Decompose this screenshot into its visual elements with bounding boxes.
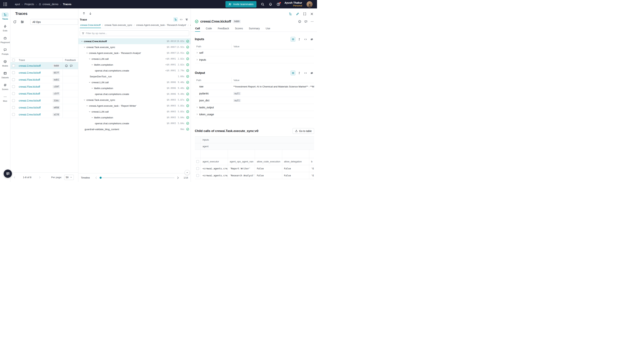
column-header-feedback[interactable]: Feedback (63, 58, 78, 62)
trace-link[interactable]: crewai.Flow.kickoff (19, 92, 40, 95)
smiley-icon[interactable] (298, 20, 301, 23)
prev-page-button[interactable] (13, 176, 16, 179)
trace-crumb[interactable]: crewai.Crew.kickoff (80, 22, 101, 28)
chevron-down-icon[interactable] (88, 111, 91, 113)
refresh-button[interactable] (13, 20, 17, 24)
column-header[interactable]: allow_delegation (282, 158, 309, 165)
comment-icon[interactable] (304, 20, 307, 23)
row-checkbox[interactable] (196, 174, 199, 177)
go-to-table-button[interactable]: Go to table (292, 128, 314, 134)
sidebar-item-traces[interactable]: Traces (0, 10, 10, 22)
chevron-down-icon[interactable] (85, 52, 89, 54)
sidebar-item-scorers[interactable]: Scorers (0, 81, 10, 92)
wandb-logo[interactable] (0, 2, 11, 6)
breadcrumb-item[interactable]: crewai_demo (39, 3, 58, 6)
user-menu[interactable]: Ayush Thakur Personal (284, 1, 302, 7)
chat-widget-button[interactable] (4, 170, 12, 178)
kv-row[interactable]: pydanticnull (195, 90, 314, 97)
code-view-button[interactable] (303, 70, 308, 75)
per-page-select[interactable]: 50 (64, 175, 74, 180)
column-header[interactable]: agent_ops_agent_nan (228, 158, 255, 165)
chevron-down-icon[interactable] (90, 116, 94, 118)
chevron-down-icon[interactable] (83, 46, 86, 48)
hide-button[interactable] (309, 70, 314, 75)
timeline-slider[interactable] (100, 177, 174, 179)
chevron-down-icon[interactable] (83, 99, 86, 101)
sidebar-item-models[interactable]: Models (0, 57, 10, 69)
row-checkbox[interactable] (12, 92, 15, 95)
chevron-down-icon[interactable] (90, 64, 94, 66)
ops-filter-select[interactable]: All Ops (30, 19, 78, 25)
avatar[interactable] (306, 1, 312, 7)
row-checkbox[interactable] (12, 78, 15, 81)
expand-rows-button[interactable] (297, 70, 301, 75)
code-view-button[interactable] (179, 17, 183, 22)
trace-row[interactable]: crewai.Crew.kickoffe058 (11, 104, 78, 111)
trace-row[interactable]: crewai.Flow.kickoffc5ff (11, 90, 78, 97)
timeline-next-button[interactable] (176, 176, 180, 180)
timeline-handle[interactable] (100, 177, 102, 179)
help-icon[interactable] (277, 2, 280, 6)
column-header[interactable]: b (309, 158, 314, 165)
row-checkbox[interactable] (12, 106, 15, 109)
breadcrumb-item[interactable]: ayut (15, 3, 20, 6)
row-checkbox[interactable] (12, 71, 15, 74)
tree-view-icon[interactable] (289, 12, 292, 16)
bell-icon[interactable] (269, 2, 272, 6)
column-header-trace[interactable]: Trace (16, 59, 63, 62)
next-call-button[interactable] (89, 12, 92, 15)
tab-code[interactable]: Code (206, 25, 212, 32)
chevron-down-icon[interactable] (85, 105, 89, 107)
trace-tree-row[interactable]: crewai.LLM.call$0.00035.85s (78, 109, 191, 114)
trace-tree-row[interactable]: crewai.LLM.call<$0.00012.82s (78, 56, 191, 62)
more-icon[interactable] (310, 20, 314, 23)
trace-row[interactable]: crewai.Crew.kickoffa17d (11, 111, 78, 118)
sidebar-item-playground[interactable]: Playground (0, 34, 10, 46)
trace-tree-row[interactable]: litellm.completion$0.00069.40s (78, 85, 191, 91)
kv-row[interactable]: tasks_output (195, 104, 314, 111)
tab-summary[interactable]: Summary (249, 25, 260, 32)
kv-row[interactable]: raw**Investment Report: AI in Chemical a… (195, 83, 314, 90)
select-all-checkbox[interactable] (12, 59, 15, 62)
trace-row[interactable]: crewai.Flow.kickoffc59f (11, 83, 78, 90)
timeline-prev-button[interactable] (95, 176, 98, 180)
kv-row[interactable]: self (195, 49, 314, 56)
tree-view-button[interactable] (173, 17, 178, 22)
trace-tree-row[interactable]: crewai.Task.execute_sync$0.00035.87s (78, 97, 191, 103)
row-checkbox[interactable] (12, 99, 15, 102)
trace-tree-row[interactable]: crewai.Agent.execute_task - 'Research An… (78, 50, 191, 56)
row-checkbox[interactable] (12, 85, 15, 88)
kv-row[interactable]: inputs (195, 56, 314, 63)
trace-tree-row[interactable]: crewai.LLM.call$0.00069.40s (78, 79, 191, 85)
prev-call-button[interactable] (82, 12, 86, 15)
child-call-row[interactable]: <crewai.agents.cre…'Report Writer'FalseF… (195, 165, 314, 172)
trace-link[interactable]: crewai.Crew.kickoff (19, 64, 41, 67)
chevron-down-icon[interactable] (90, 87, 94, 89)
chevron-down-icon[interactable] (88, 58, 91, 60)
list-view-button[interactable] (290, 37, 295, 42)
breadcrumb-item[interactable]: Projects (25, 3, 34, 6)
sidebar-item-datasets[interactable]: Datasets (0, 69, 10, 81)
trace-link[interactable]: crewai.Crew.kickoff (19, 106, 41, 109)
trace-link[interactable]: crewai.Crew.kickoff (19, 99, 41, 102)
trace-tree-row[interactable]: openai.chat.completions.create$0.00035.8… (78, 120, 191, 126)
select-all-checkbox[interactable] (196, 160, 199, 163)
trace-tree-row[interactable]: crewai.Agent.execute_task - 'Report Writ… (78, 103, 191, 109)
trace-crumb[interactable]: crewai.Agent.execute_task - 'Research An… (136, 22, 187, 28)
trace-link[interactable]: crewai.Crew.kickoff (19, 113, 41, 116)
sidebar-item-more[interactable]: More (0, 92, 10, 104)
tab-call[interactable]: Call (195, 25, 200, 32)
row-checkbox[interactable] (196, 167, 199, 170)
expand-rows-button[interactable] (297, 37, 301, 42)
kv-row[interactable]: json_dictnull (195, 97, 314, 104)
trace-crumb[interactable]: crewai.Task.execute_sync (104, 22, 133, 28)
trace-tree-row[interactable]: litellm.completion$0.00035.84s (78, 114, 191, 120)
chevron-down-icon[interactable] (80, 40, 84, 42)
child-call-row[interactable]: <crewai.agents.cre…'Research Analyst'Fal… (195, 172, 314, 179)
trace-tree-row[interactable]: crewai.Task.execute_sync$0.000713.92s (78, 44, 191, 50)
trace-link[interactable]: crewai.Flow.kickoff (19, 85, 40, 88)
trace-row[interactable]: crewai.Crew.kickoff9d89 (11, 62, 78, 69)
row-checkbox[interactable] (12, 64, 15, 67)
tab-scores[interactable]: Scores (235, 25, 243, 32)
trace-link[interactable]: crewai.Flow.kickoff (19, 78, 40, 81)
